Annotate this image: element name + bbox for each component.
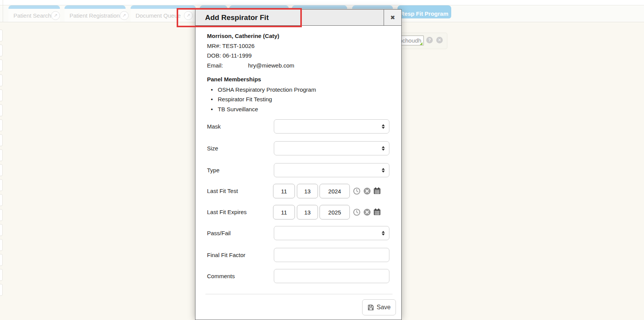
left-divider: [3, 0, 3, 22]
size-field: [274, 141, 389, 155]
left-rail-box: [0, 194, 3, 206]
panel-memberships-list: OSHA Respiratory Protection Program Resp…: [207, 85, 316, 114]
mask-select[interactable]: [274, 119, 389, 134]
tab-resp-fit-program[interactable]: Resp Fit Program: [397, 5, 451, 18]
tab-label: Patient Search: [13, 12, 51, 19]
tab-accent: [8, 5, 60, 9]
save-button[interactable]: Save: [362, 299, 396, 315]
left-rail-box: [0, 45, 3, 56]
left-rail-box: [0, 239, 3, 251]
clear-date-icon[interactable]: [363, 187, 371, 195]
type-field: [274, 163, 389, 177]
comments-label: Comments: [207, 269, 235, 283]
last-fit-expires-month-input[interactable]: [273, 205, 295, 219]
left-rail-box: [0, 74, 3, 86]
left-rail-box: [0, 224, 3, 236]
page: Patient Search ↗ Patient Registration ↗ …: [0, 0, 644, 320]
save-icon: [368, 304, 374, 311]
popout-arrow-icon[interactable]: ↗: [51, 11, 60, 20]
final-fit-factor-label: Final Fit Factor: [207, 248, 245, 262]
hidden-tab-strip: [229, 5, 289, 9]
last-fit-expires-day-input[interactable]: [297, 205, 318, 219]
left-rail-box: [0, 254, 3, 266]
left-rail-box: [0, 164, 3, 176]
patient-name: Morrison, Catherine (Caty): [207, 31, 294, 41]
resize-grip-icon: [420, 42, 422, 45]
final-fit-factor-input[interactable]: [274, 248, 389, 262]
top-strip: [0, 0, 644, 5]
calendar-icon[interactable]: [373, 187, 381, 195]
size-select[interactable]: [274, 141, 389, 155]
last-fit-test-month-input[interactable]: [273, 184, 295, 198]
left-rail-box: [0, 149, 3, 161]
patient-mr: MR#: TEST-10026: [207, 41, 294, 51]
list-item: TB Surveillance: [207, 104, 316, 114]
left-rail-box: [0, 134, 3, 146]
last-fit-test-year-input[interactable]: [320, 184, 350, 198]
pass-fail-label: Pass/Fail: [207, 226, 231, 240]
tab-patient-search[interactable]: Patient Search ↗: [8, 5, 60, 22]
hidden-tab-strip: [292, 5, 347, 9]
left-rail-box: [0, 89, 3, 101]
last-fit-expires-label: Last Fit Expires: [207, 205, 247, 219]
mask-field: [274, 119, 389, 134]
tab-patient-registration[interactable]: Patient Registration ↗: [65, 5, 126, 22]
clear-date-icon[interactable]: [363, 208, 371, 216]
type-select[interactable]: [274, 163, 389, 177]
left-rail-box: [0, 119, 3, 131]
left-rail-box: [0, 284, 3, 296]
left-rail-box: [0, 104, 3, 116]
type-label: Type: [207, 163, 220, 177]
tab-accent: [131, 5, 196, 9]
save-label: Save: [377, 304, 391, 311]
panel-memberships-heading: Panel Memberships: [207, 75, 261, 84]
final-fit-factor-field: [274, 248, 389, 262]
mask-label: Mask: [207, 119, 221, 134]
email-label: Email:: [207, 61, 248, 71]
list-item: OSHA Respiratory Protection Program: [207, 85, 316, 94]
tab-accent: [65, 5, 126, 9]
footer-divider: [205, 294, 392, 294]
left-rail-box: [0, 209, 3, 221]
tab-label: Document Queue: [136, 12, 181, 19]
tab-label: Resp Fit Program: [400, 10, 448, 17]
patient-email-row: Email:hry@mieweb.com: [207, 61, 294, 71]
popout-arrow-icon[interactable]: ↗: [120, 11, 129, 20]
patient-dob: DOB: 06-11-1999: [207, 51, 294, 61]
pass-fail-select[interactable]: [274, 226, 389, 240]
left-rail-box: [0, 59, 3, 71]
tab-document-queue[interactable]: Document Queue ↗: [131, 5, 196, 22]
hidden-tab-strip: [352, 5, 393, 9]
last-fit-expires-year-input[interactable]: [320, 205, 350, 219]
calendar-icon[interactable]: [373, 208, 381, 216]
size-label: Size: [207, 141, 218, 155]
add-respirator-fit-dialog: Add Respirator Fit ✖ Morrison, Catherine…: [195, 9, 402, 320]
patient-summary: Morrison, Catherine (Caty) MR#: TEST-100…: [207, 31, 294, 70]
list-item: Respirator Fit Testing: [207, 94, 316, 104]
left-rail-box: [0, 269, 3, 281]
dialog-header: Add Respirator Fit ✖: [195, 10, 401, 26]
left-rail-box: [0, 30, 3, 41]
tab-label: Patient Registration: [70, 12, 120, 19]
comments-input[interactable]: [274, 269, 389, 283]
help-icon[interactable]: ?: [426, 37, 433, 43]
clock-icon[interactable]: [353, 187, 361, 195]
close-icon[interactable]: ✖: [384, 10, 401, 25]
left-rail-box: [0, 179, 3, 191]
last-fit-test-day-input[interactable]: [297, 184, 318, 198]
pass-fail-field: [274, 226, 389, 240]
email-value: hry@mieweb.com: [248, 62, 294, 69]
clear-icon[interactable]: ✕: [436, 37, 443, 43]
last-fit-test-label: Last Fit Test: [207, 184, 238, 198]
hidden-tab-strip: [200, 5, 227, 9]
popout-arrow-icon[interactable]: ↗: [184, 11, 193, 20]
clock-icon[interactable]: [353, 208, 361, 216]
dialog-title: Add Respirator Fit: [205, 10, 269, 25]
comments-field: [274, 269, 389, 283]
